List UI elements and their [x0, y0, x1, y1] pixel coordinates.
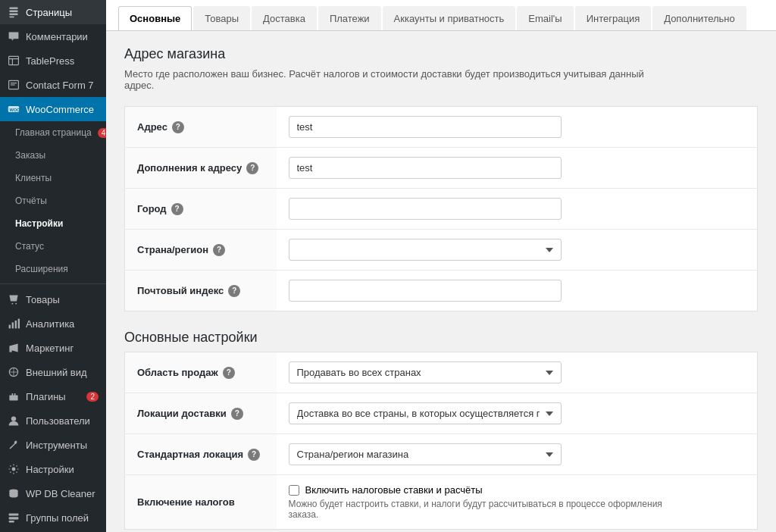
city-input[interactable] — [289, 198, 562, 220]
sidebar-item-home-label: Главная страница — [15, 127, 92, 138]
svg-rect-18 — [9, 349, 11, 352]
taxes-label: Включение налогов — [125, 475, 277, 530]
sidebar-item-users[interactable]: Пользователи — [0, 408, 106, 433]
fieldgroups-icon — [8, 512, 20, 524]
delivery-locations-label: Локации доставки ? — [125, 393, 277, 434]
table-row: Стандартная локация ? Страна/регион мага… — [125, 434, 758, 475]
table-row: Дополнения к адресу ? — [125, 148, 758, 189]
products-icon — [8, 293, 20, 305]
tab-products[interactable]: Товары — [193, 6, 250, 30]
tab-emails[interactable]: Email'ы — [517, 6, 573, 30]
sidebar-item-woo-label: WooCommerce — [26, 104, 94, 115]
address-help-icon[interactable]: ? — [172, 121, 184, 133]
sidebar-item-tablepress[interactable]: TablePress — [0, 49, 106, 73]
sidebar-item-products[interactable]: Товары — [0, 287, 106, 311]
delivery-loc-help-icon[interactable]: ? — [231, 408, 243, 420]
tab-integration[interactable]: Интеграция — [575, 6, 652, 30]
sidebar-item-fieldgroups[interactable]: Группы полей — [0, 505, 106, 530]
address2-input[interactable] — [289, 157, 562, 179]
tabs-bar: Основные Товары Доставка Платежи Аккаунт… — [106, 0, 776, 31]
default-location-select[interactable]: Страна/регион магазина — [289, 443, 562, 465]
tab-payments[interactable]: Платежи — [318, 6, 381, 30]
sidebar-item-wpdb[interactable]: WP DB Cleaner — [0, 481, 106, 505]
svg-point-12 — [11, 303, 13, 305]
tools-icon — [8, 439, 20, 451]
tab-basic[interactable]: Основные — [118, 6, 192, 30]
plugins-icon — [8, 390, 20, 402]
sell-area-label: Область продаж ? — [125, 352, 277, 393]
taxes-description: Можно будет настроить ставки, и налоги б… — [289, 499, 668, 520]
sidebar-item-orders[interactable]: Заказы — [0, 144, 106, 167]
svg-point-13 — [15, 303, 17, 305]
svg-rect-17 — [18, 319, 20, 329]
marketing-icon — [8, 342, 20, 354]
sidebar-item-extensions[interactable]: Расширения — [0, 258, 106, 280]
sell-area-help-icon[interactable]: ? — [223, 367, 235, 379]
contactform-icon — [8, 79, 20, 91]
sidebar-item-marketing[interactable]: Маркетинг — [0, 336, 106, 360]
sidebar-item-tablepress-label: TablePress — [26, 55, 74, 67]
address-input[interactable] — [289, 116, 562, 138]
default-loc-help-icon[interactable]: ? — [248, 449, 260, 461]
address2-help-icon[interactable]: ? — [246, 162, 258, 174]
tab-additional[interactable]: Дополнительно — [652, 6, 746, 30]
sidebar-item-status[interactable]: Статус — [0, 235, 106, 258]
store-address-desc: Место где расположен ваш бизнес. Расчёт … — [124, 68, 655, 91]
store-address-table: Адрес ? Дополнения к адресу ? — [124, 106, 758, 311]
sidebar-item-tools[interactable]: Инструменты — [0, 433, 106, 457]
store-address-title: Адрес магазина — [124, 46, 758, 62]
sidebar-item-fieldgroups-label: Группы полей — [26, 512, 89, 524]
sidebar-item-home[interactable]: Главная страница 4 — [0, 121, 106, 144]
tab-accounts[interactable]: Аккаунты и приватность — [383, 6, 516, 30]
sidebar-item-clients-label: Клиенты — [15, 173, 52, 183]
table-row: Включение налогов Включить налоговые ста… — [125, 475, 758, 530]
sidebar-item-products-label: Товары — [26, 294, 60, 305]
sidebar-item-comments[interactable]: Комментарии — [0, 24, 106, 49]
city-label: Город ? — [125, 189, 277, 230]
sidebar-item-plugins-label: Плагины — [26, 391, 66, 402]
address2-label: Дополнения к адресу ? — [125, 148, 277, 189]
sidebar-item-pages-label: Страницы — [26, 7, 72, 18]
woo-icon: WOO — [8, 103, 20, 115]
table-row: Адрес ? — [125, 107, 758, 148]
sidebar-item-wpdb-label: WP DB Cleaner — [26, 488, 95, 499]
sidebar-item-appearance[interactable]: Внешний вид — [0, 360, 106, 384]
table-row: Страна/регион ? — [125, 230, 758, 271]
taxes-checkbox-label: Включить налоговые ставки и расчёты — [305, 484, 483, 496]
plugins-badge: 2 — [86, 392, 99, 402]
svg-rect-22 — [14, 393, 16, 396]
sidebar-item-woo-settings[interactable]: Настройки — [0, 212, 106, 235]
svg-rect-21 — [12, 393, 14, 396]
sidebar-item-plugins[interactable]: Плагины 2 — [0, 384, 106, 408]
taxes-checkbox[interactable] — [289, 485, 299, 496]
table-row: Город ? — [125, 189, 758, 230]
svg-rect-16 — [15, 321, 17, 328]
sidebar-item-woocommerce[interactable]: WOO WooCommerce — [0, 97, 106, 121]
table-row: Локации доставки ? Доставка во все стран… — [125, 393, 758, 434]
sell-area-select[interactable]: Продавать во всех странах — [289, 361, 562, 383]
settings-icon — [8, 463, 20, 475]
sidebar-item-contactform-label: Contact Form 7 — [26, 80, 94, 91]
postcode-help-icon[interactable]: ? — [228, 285, 240, 297]
sidebar-divider-1 — [0, 283, 106, 284]
country-select[interactable] — [289, 239, 562, 261]
tablepress-icon — [8, 55, 20, 67]
sidebar-item-settings[interactable]: Настройки — [0, 457, 106, 481]
country-label: Страна/регион ? — [125, 230, 277, 271]
sidebar-item-reports[interactable]: Отчёты — [0, 189, 106, 212]
delivery-locations-select[interactable]: Доставка во все страны, в которых осущес… — [289, 402, 562, 424]
sidebar-item-users-label: Пользователи — [26, 415, 90, 427]
sidebar-item-pages[interactable]: Страницы — [0, 0, 106, 24]
default-location-label: Стандартная локация ? — [125, 434, 277, 475]
tab-delivery[interactable]: Доставка — [252, 6, 317, 30]
sidebar-item-clients[interactable]: Клиенты — [0, 167, 106, 189]
sidebar-item-contactform[interactable]: Contact Form 7 — [0, 73, 106, 97]
sidebar-item-analytics[interactable]: Аналитика — [0, 311, 106, 336]
country-help-icon[interactable]: ? — [213, 244, 225, 256]
svg-rect-26 — [9, 513, 19, 515]
svg-rect-20 — [9, 395, 17, 400]
city-help-icon[interactable]: ? — [171, 203, 183, 215]
svg-point-24 — [12, 468, 16, 471]
sidebar-item-status-label: Статус — [15, 241, 44, 252]
postcode-input[interactable] — [289, 280, 562, 302]
